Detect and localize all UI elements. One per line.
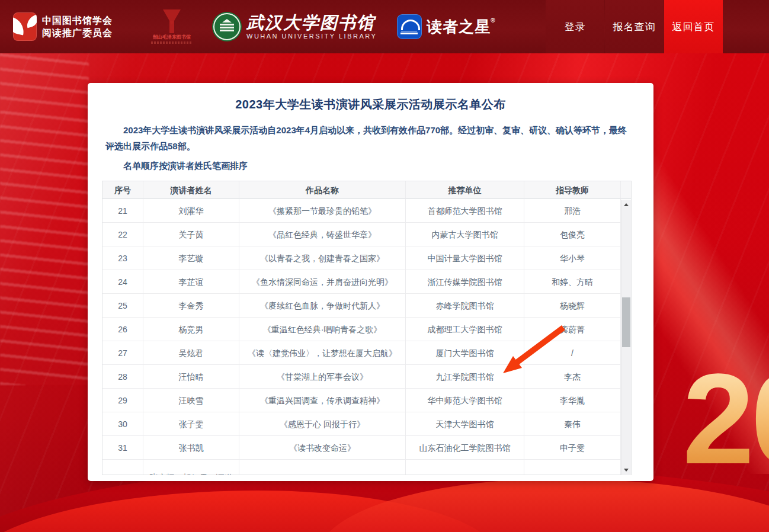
reader-star-text: 读者之星®: [427, 17, 495, 37]
nav-login[interactable]: 登录: [546, 0, 604, 53]
cell-no: 31: [102, 436, 143, 460]
cell-advisor: 邢浩: [524, 199, 621, 223]
registered-mark: ®: [491, 17, 495, 24]
table-row: 23 李艺璇 《以青春之我，创建青春之国家》 中国计量大学图书馆 华小琴: [102, 246, 621, 270]
col-header-spacer: [621, 181, 631, 199]
table-row: 21 刘濯华 《攥紧那一节最珍贵的铅笔》 首都师范大学图书馆 邢浩: [102, 199, 621, 223]
cell-no: 25: [102, 294, 143, 318]
announcement-card: 2023年大学生读书演讲风采展示活动展示名单公布 2023年大学生读书演讲风采展…: [88, 83, 653, 481]
table-row: 25 李金秀 《赓续红色血脉，争做时代新人》 赤峰学院图书馆 杨晓辉: [102, 294, 621, 318]
cell-advisor: 和婷、方晴: [524, 270, 621, 294]
cell-unit: 赤峰学院图书馆: [406, 294, 524, 318]
cell-unit: [406, 460, 524, 475]
cell-speaker: 张书凯: [143, 436, 239, 460]
year-badge-decor: 20: [683, 354, 769, 483]
col-header-unit: 推荐单位: [406, 181, 524, 199]
cell-speaker: 刘濯华: [143, 199, 239, 223]
cell-unit: 中国计量大学图书馆: [406, 246, 524, 270]
table-row: 22 关子茵 《品红色经典，铸盛世华章》 内蒙古大学图书馆 包俊亮: [102, 223, 621, 246]
cell-work: 《品红色经典，铸盛世华章》: [239, 223, 406, 246]
table-row: 24 李芷谊 《鱼水情深同命运，并肩奋进向光明》 浙江传媒学院图书馆 和婷、方晴: [102, 270, 621, 294]
shaoshan-sub-line: [151, 41, 193, 44]
cell-advisor: 秦伟: [524, 412, 621, 436]
wuhan-university-library-logo[interactable]: 武汉大学图书馆 WUHAN UNIVERSITY LIBRARY: [213, 13, 377, 40]
cell-no: 30: [102, 412, 143, 436]
brand-row: 中国图书馆学会 阅读推广委员会 韶山毛泽东图书馆 武汉大学图书馆 WUHAN U…: [13, 0, 496, 53]
cell-work: 《赓续红色血脉，争做时代新人》: [239, 294, 406, 318]
cell-no: 28: [102, 365, 143, 389]
table-scrollbar[interactable]: [621, 200, 631, 475]
table-row: 30 张子雯 《感恩于心 回报于行》 天津大学图书馆 秦伟: [102, 412, 621, 436]
library-society-logo-icon: [13, 12, 37, 41]
header-nav: 登录 报名查询 返回首页: [545, 0, 723, 53]
cell-unit: 内蒙古大学图书馆: [406, 223, 524, 246]
cell-unit: 华中师范大学图书馆: [406, 389, 524, 412]
whu-en-name: WUHAN UNIVERSITY LIBRARY: [246, 33, 377, 40]
col-header-no: 序号: [102, 181, 143, 199]
cell-speaker: 杨竞男: [143, 318, 239, 341]
col-header-work: 作品名称: [239, 181, 406, 199]
cell-no: 24: [102, 270, 143, 294]
red-annotation-arrow: [491, 320, 573, 379]
whu-cn-name: 武汉大学图书馆: [246, 14, 377, 31]
cell-advisor: [524, 460, 621, 475]
cell-speaker: 吴炫君: [143, 341, 239, 365]
page: 20 中国图书馆学会 阅读推广委员会 韶山毛泽东图书馆 武汉大学图书馆: [0, 0, 769, 532]
shaoshan-emblem-icon: [162, 9, 182, 33]
cell-speaker: 李芷谊: [143, 270, 239, 294]
library-society-logo[interactable]: 中国图书馆学会 阅读推广委员会: [13, 12, 113, 41]
cell-no: [102, 460, 143, 475]
table-row: 31 张书凯 《读书改变命运》 山东石油化工学院图书馆 申子雯: [102, 436, 621, 460]
cell-advisor: 华小琴: [524, 246, 621, 270]
cell-work: 《感恩于心 回报于行》: [239, 412, 406, 436]
cell-speaker: 关子茵: [143, 223, 239, 246]
library-society-logo-text: 中国图书馆学会 阅读推广委员会: [42, 14, 113, 39]
shaoshan-library-logo[interactable]: 韶山毛泽东图书馆: [147, 9, 197, 44]
col-header-speaker: 演讲者姓名: [143, 181, 239, 199]
whu-seal-icon: [213, 13, 241, 40]
reader-star-icon: [397, 14, 422, 39]
announcement-paragraph: 2023年大学生读书演讲风采展示活动自2023年4月启动以来，共收到有效作品77…: [105, 122, 636, 154]
cell-unit: 首都师范大学图书馆: [406, 199, 524, 223]
scroll-down-icon[interactable]: [621, 465, 632, 475]
cell-unit: 天津大学图书馆: [406, 412, 524, 436]
col-header-advisor: 指导教师: [524, 181, 621, 199]
reader-star-logo[interactable]: 读者之星®: [397, 14, 495, 39]
cell-no: 23: [102, 246, 143, 270]
cell-no: 27: [102, 341, 143, 365]
cell-no: 21: [102, 199, 143, 223]
cell-advisor: 李华胤: [524, 389, 621, 412]
cell-speaker: 李金秀: [143, 294, 239, 318]
cell-advisor: 申子雯: [524, 436, 621, 460]
cell-speaker: 张庆辉、胡伊雯、谭道: [143, 460, 239, 475]
cell-work: 《读书改变命运》: [239, 436, 406, 460]
nav-signup-query[interactable]: 报名查询: [605, 0, 664, 53]
cell-work: 《鱼水情深同命运，并肩奋进向光明》: [239, 270, 406, 294]
cell-unit: 浙江传媒学院图书馆: [406, 270, 524, 294]
page-title: 2023年大学生读书演讲风采展示活动展示名单公布: [88, 97, 653, 113]
table-header-row: 序号 演讲者姓名 作品名称 推荐单位 指导教师: [102, 181, 631, 199]
cell-no: 29: [102, 389, 143, 412]
cell-no: 26: [102, 318, 143, 341]
cell-speaker: 李艺璇: [143, 246, 239, 270]
cell-unit: 山东石油化工学院图书馆: [406, 436, 524, 460]
cell-work: 《攥紧那一节最珍贵的铅笔》: [239, 199, 406, 223]
cell-work: 《甘棠湖上的军事会议》: [239, 365, 406, 389]
site-header: 中国图书馆学会 阅读推广委员会 韶山毛泽东图书馆 武汉大学图书馆 WUHAN U…: [0, 0, 769, 53]
cell-advisor: 包俊亮: [524, 223, 621, 246]
table-row: 29 汪映雪 《重温兴国调查，传承调查精神》 华中师范大学图书馆 李华胤: [102, 389, 621, 412]
scroll-up-icon[interactable]: [621, 200, 632, 210]
nav-back-home[interactable]: 返回首页: [664, 0, 723, 53]
cell-work: [239, 460, 406, 475]
scrollbar-thumb[interactable]: [622, 297, 630, 347]
cell-speaker: 汪映雪: [143, 389, 239, 412]
cell-work: 《以青春之我，创建青春之国家》: [239, 246, 406, 270]
cell-speaker: 汪怡晴: [143, 365, 239, 389]
cell-work: 《重温红色经典·唱响青春之歌》: [239, 318, 406, 341]
table-row-partial: 张庆辉、胡伊雯、谭道: [102, 460, 621, 475]
cell-advisor: 杨晓辉: [524, 294, 621, 318]
cell-work: 《读〈建党伟业〉，让梦想在厦大启航》: [239, 341, 406, 365]
cell-work: 《重温兴国调查，传承调查精神》: [239, 389, 406, 412]
cell-no: 22: [102, 223, 143, 246]
cell-speaker: 张子雯: [143, 412, 239, 436]
